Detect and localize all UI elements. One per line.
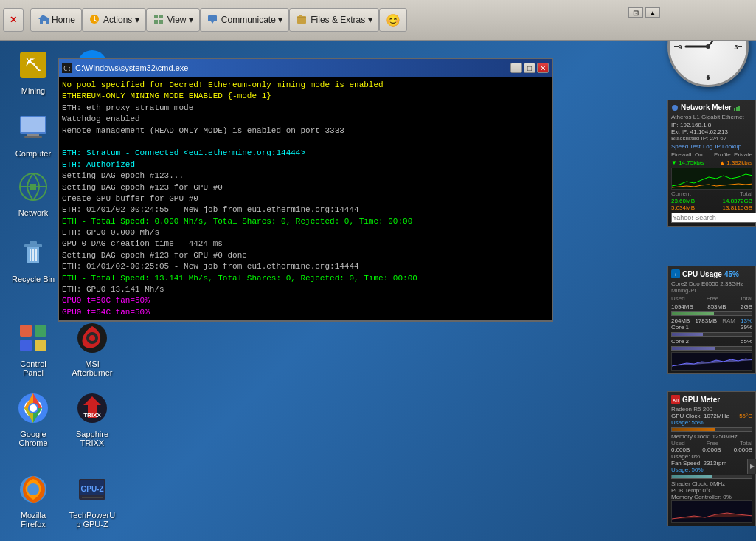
cmd-line: Setting DAG epoch #123 for GPU #0 done: [62, 250, 549, 261]
svg-text:ATI: ATI: [673, 398, 679, 402]
svg-text:⛏: ⛏: [25, 56, 41, 75]
svg-rect-60: [734, 108, 735, 111]
cmd-line: Remote management (READ-ONLY MODE) is en…: [62, 125, 549, 137]
cmd-line: ETH: 01/01/02-00:24:55 - New job from eu…: [62, 204, 549, 216]
cmd-line: ETH: Stratum - Connected <eu1.ethermine.…: [62, 148, 549, 159]
maximize-button[interactable]: ▲: [645, 7, 660, 18]
network-label: Network: [16, 207, 50, 218]
cmd-minimize-button[interactable]: _: [510, 63, 522, 73]
view-button[interactable]: View ▾: [146, 8, 200, 32]
sent-total: 13.8115GB: [723, 204, 752, 211]
cmd-line: Watchdog enabled: [62, 114, 549, 125]
cmd-line: ETH: 01/01/02-00:25:50 - New job from eu…: [62, 318, 549, 320]
network-icon-small: [671, 104, 679, 111]
separator: [27, 9, 27, 31]
ram-used: 1094MB: [671, 303, 693, 310]
log-link[interactable]: Log: [703, 143, 712, 150]
cpu-mining-label: Mining-PC: [671, 287, 752, 294]
svg-point-32: [89, 335, 95, 341]
mining-label: Mining: [19, 86, 47, 96]
cmd-line: ETH: Authorized: [62, 159, 549, 170]
google-chrome-icon-desktop[interactable]: Google Chrome: [4, 387, 63, 451]
core2-fill: [672, 347, 715, 350]
close-button[interactable]: ✕: [3, 8, 24, 32]
gpu-usage-progress: [671, 427, 752, 432]
speed-row: ▼ 14.75kb/s ▲ 1.392kb/s: [671, 159, 752, 166]
ram-free: 853MB: [707, 303, 726, 310]
ip-lookup-link[interactable]: IP Lookup: [715, 143, 741, 150]
mozilla-firefox-icon: [15, 472, 51, 507]
local-ip: IP: 192.168.1.8: [671, 122, 752, 128]
recycle-bin-icon-desktop[interactable]: Recycle Bin: [4, 232, 63, 287]
cmd-title-text: C:\Windows\system32\cmd.exe: [75, 63, 188, 72]
recycle-bin-icon: [15, 235, 51, 271]
control-panel-icon-desktop[interactable]: Control Panel: [4, 317, 63, 381]
mozilla-firefox-icon-desktop[interactable]: Mozilla Firefox: [4, 469, 63, 532]
sent-current: 5.034MB: [671, 204, 695, 211]
external-ip: Ext IP: 41.104.62.213: [671, 128, 752, 135]
cmd-line: Create GPU buffer for GPU #0: [62, 193, 549, 204]
cpu-mem-headers: Used Free Total: [671, 295, 752, 302]
home-icon: [37, 13, 49, 27]
cmd-controls: _ □ ✕: [510, 63, 549, 73]
svg-rect-3: [154, 20, 158, 24]
cmd-content[interactable]: No pool specified for Decred! Ethereum-o…: [59, 77, 552, 320]
communicate-icon: [207, 13, 218, 27]
svg-rect-29: [35, 340, 46, 351]
network-links: Speed Test Log IP Lookup: [671, 143, 752, 150]
techpowerup-gpuz-label: TechPowerUp GPU-Z: [66, 510, 119, 529]
sapphire-trixx-icon-desktop[interactable]: TRIXX Sapphire TRIXX: [63, 387, 122, 451]
gpu-meter-panel: ATI GPU Meter Radeon R5 200 GPU Clock: 1…: [667, 391, 756, 526]
profile-status: Profile: Private: [714, 151, 752, 158]
cmd-line: ETH: eth-proxy stratum mode: [62, 103, 549, 114]
svg-rect-61: [736, 107, 738, 111]
sent-row: 5.034MB 13.8115GB: [671, 204, 752, 211]
svg-text:C:\: C:\: [63, 65, 72, 72]
svg-rect-5: [208, 15, 217, 21]
svg-rect-15: [21, 117, 45, 132]
core-row: Core 1 39%: [671, 324, 752, 331]
yahoo-search-input[interactable]: [671, 213, 756, 223]
yahoo-search: 🔍: [671, 213, 752, 223]
computer-icon: [15, 110, 51, 145]
techpowerup-gpuz-icon-desktop[interactable]: GPU-Z TechPowerUp GPU-Z: [63, 469, 122, 532]
desktop: ✕ Home Actions ▾ View ▾ Communicate ▾: [0, 0, 756, 541]
sapphire-trixx-label: Sapphire TRIXX: [66, 429, 119, 448]
network-meter-title: Network Meter: [671, 103, 752, 111]
received-row: 23.60MB 14.8372GB: [671, 198, 752, 204]
svg-rect-7: [299, 15, 302, 17]
svg-text:TRIXX: TRIXX: [83, 412, 101, 418]
view-icon: [153, 13, 164, 27]
computer-icon-desktop[interactable]: Computer: [4, 107, 63, 162]
mem-clock: Memory Clock: 1250MHz: [671, 433, 752, 440]
files-extras-button[interactable]: Files & Extras ▾: [289, 8, 378, 32]
page-used: 264MB: [671, 317, 690, 324]
cmd-maximize-button[interactable]: □: [524, 63, 535, 73]
gpu-clock-mhz: GPU Clock: 1072MHz: [671, 413, 729, 419]
network-icon: [15, 169, 51, 204]
emoji-button[interactable]: 😊: [379, 8, 407, 32]
msi-afterburner-icon-desktop[interactable]: MSI Afterburner: [63, 317, 122, 381]
received-current: 23.60MB: [671, 198, 695, 204]
svg-point-41: [27, 483, 39, 495]
cmd-line: ETH - Total Speed: 13.141 Mh/s, Total Sh…: [62, 273, 549, 284]
core2-label: Core 2: [671, 338, 689, 345]
mining-icon-desktop[interactable]: ⛏ Mining: [4, 44, 63, 99]
close-icon: ✕: [10, 15, 17, 25]
svg-text:9: 9: [678, 44, 682, 51]
actions-button[interactable]: Actions ▾: [82, 8, 146, 32]
restore-button[interactable]: ⊡: [628, 7, 643, 18]
control-panel-label: Control Panel: [7, 359, 60, 378]
gpu-usage-fill: [672, 428, 715, 431]
home-button[interactable]: Home: [30, 8, 82, 32]
sapphire-trixx-icon: TRIXX: [74, 390, 110, 426]
cmd-line: GPU 0 DAG creation time - 4424 ms: [62, 238, 549, 249]
svg-rect-27: [35, 325, 46, 337]
cmd-close-button[interactable]: ✕: [537, 63, 549, 73]
speed-test-link[interactable]: Speed Test: [671, 143, 701, 150]
transfer-labels: Current Total: [671, 190, 752, 197]
communicate-button[interactable]: Communicate ▾: [200, 8, 289, 32]
network-icon-desktop[interactable]: Network: [4, 166, 63, 221]
widget-arrow-button[interactable]: ▶: [747, 459, 756, 474]
actions-icon: [89, 13, 100, 27]
